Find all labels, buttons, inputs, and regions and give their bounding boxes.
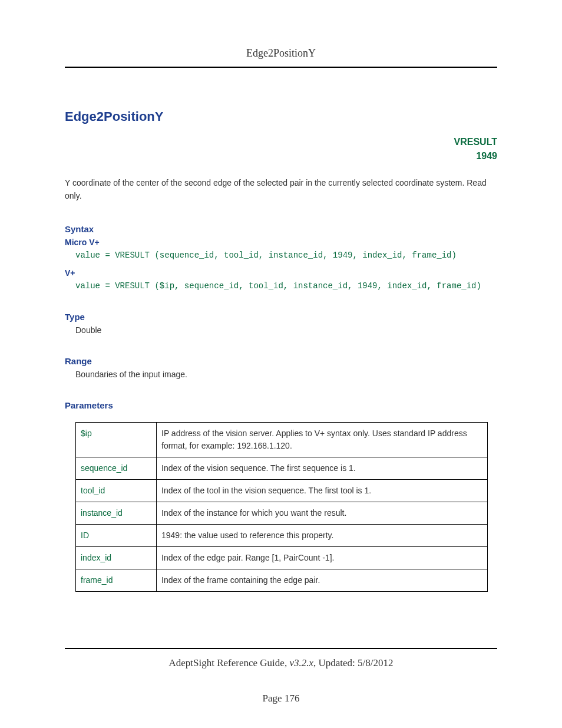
topic-title: Edge2PositionY <box>65 109 163 124</box>
param-name: ID <box>76 524 157 546</box>
param-name: index_id <box>76 546 157 569</box>
vresult-block: VRESULT 1949 <box>65 135 497 163</box>
vplus-code: value = VRESULT ($ip, sequence_id, tool_… <box>75 281 497 291</box>
param-name: instance_id <box>76 502 157 524</box>
topic-description: Y coordinate of the center of the second… <box>65 176 497 203</box>
type-value: Double <box>75 325 497 335</box>
type-heading: Type <box>65 312 497 322</box>
table-row: $ipIP address of the vision server. Appl… <box>76 422 488 457</box>
param-name: tool_id <box>76 479 157 502</box>
header-title: Edge2PositionY <box>246 47 316 59</box>
micro-vplus-code: value = VRESULT (sequence_id, tool_id, i… <box>75 251 497 260</box>
footer-guide: AdeptSight Reference Guide <box>169 657 285 668</box>
param-desc: Index of the frame containing the edge p… <box>157 569 488 591</box>
micro-vplus-label: Micro V+ <box>65 238 497 247</box>
parameters-heading: Parameters <box>65 400 497 410</box>
vresult-label: VRESULT <box>65 135 497 149</box>
table-row: tool_idIndex of the tool in the vision s… <box>76 479 488 502</box>
range-heading: Range <box>65 356 497 366</box>
page-number: Page 176 <box>65 693 497 704</box>
param-name: $ip <box>76 422 157 457</box>
table-row: instance_idIndex of the instance for whi… <box>76 502 488 524</box>
vplus-label: V+ <box>65 268 497 278</box>
footer-updated: , Updated: 5/8/2012 <box>313 657 394 668</box>
param-desc: Index of the tool in the vision sequence… <box>157 479 488 502</box>
table-row: frame_idIndex of the frame containing th… <box>76 569 488 591</box>
param-desc: Index of the instance for which you want… <box>157 502 488 524</box>
range-value: Boundaries of the input image. <box>75 370 497 379</box>
param-desc: 1949: the value used to reference this p… <box>157 524 488 546</box>
parameters-table: $ipIP address of the vision server. Appl… <box>75 422 488 592</box>
param-desc: IP address of the vision server. Applies… <box>157 422 488 457</box>
table-row: sequence_idIndex of the vision sequence.… <box>76 457 488 479</box>
param-desc: Index of the vision sequence. The first … <box>157 457 488 479</box>
vresult-code: 1949 <box>65 149 497 163</box>
page-footer: AdeptSight Reference Guide, v3.2.x, Upda… <box>65 648 497 704</box>
page-header: Edge2PositionY <box>65 47 497 68</box>
param-name: frame_id <box>76 569 157 591</box>
param-name: sequence_id <box>76 457 157 479</box>
table-row: index_idIndex of the edge pair. Range [1… <box>76 546 488 569</box>
syntax-heading: Syntax <box>65 224 497 234</box>
table-row: ID1949: the value used to reference this… <box>76 524 488 546</box>
param-desc: Index of the edge pair. Range [1, PairCo… <box>157 546 488 569</box>
footer-version: , v3.2.x <box>285 657 313 668</box>
